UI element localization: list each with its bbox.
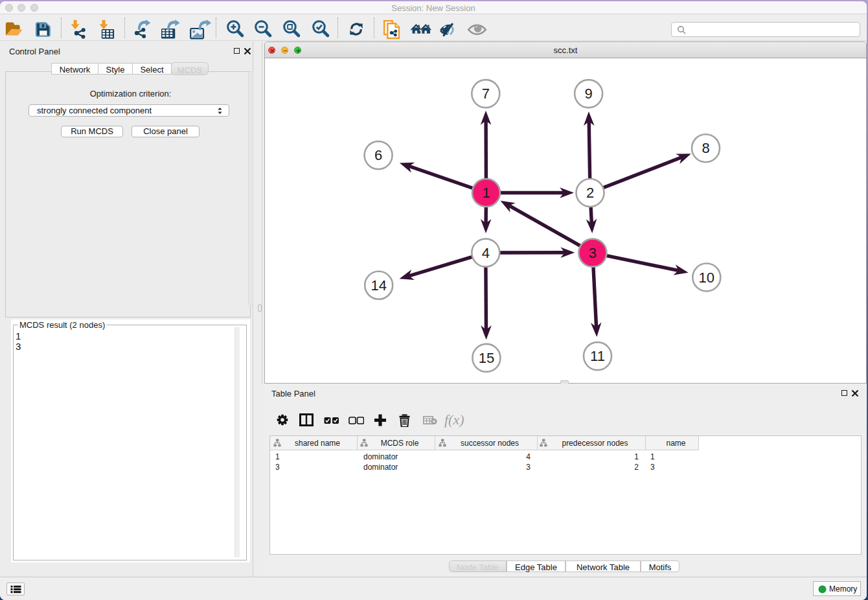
svg-text:7: 7	[482, 86, 490, 102]
svg-text:4: 4	[482, 245, 490, 261]
svg-text:15: 15	[479, 350, 494, 366]
svg-text:14: 14	[371, 277, 386, 294]
svg-text:10: 10	[699, 270, 714, 286]
svg-text:8: 8	[702, 140, 709, 156]
svg-text:1: 1	[482, 185, 490, 201]
svg-text:9: 9	[584, 86, 592, 102]
svg-text:6: 6	[374, 147, 382, 163]
svg-text:11: 11	[590, 348, 605, 364]
svg-text:2: 2	[586, 185, 594, 201]
svg-text:3: 3	[589, 245, 597, 261]
